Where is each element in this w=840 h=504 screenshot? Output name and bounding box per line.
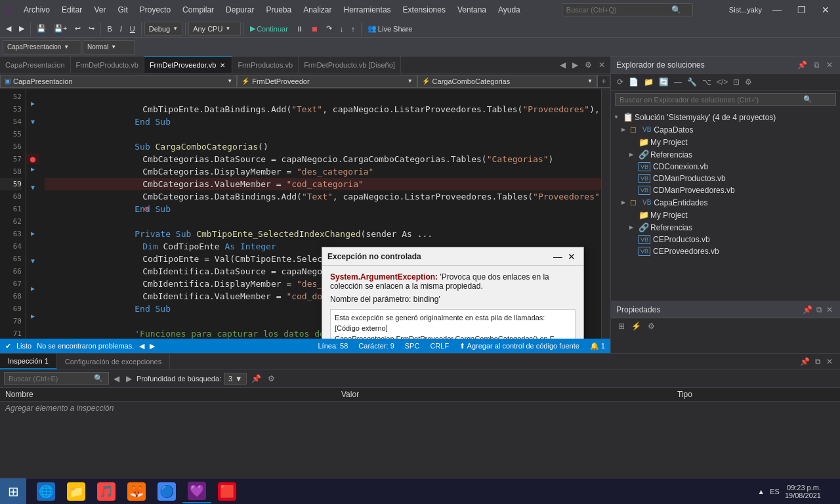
taskbar-chrome[interactable]: 🔵: [152, 480, 181, 503]
titlebar-search-input[interactable]: [566, 6, 671, 14]
save-all-btn[interactable]: 💾+: [51, 23, 70, 34]
panel-pin-btn[interactable]: 📌: [795, 60, 809, 70]
inspect-search-input[interactable]: [9, 375, 94, 383]
maximize-button[interactable]: ❐: [792, 3, 811, 16]
italic-btn[interactable]: I: [117, 24, 125, 34]
panel-float-btn[interactable]: ⧉: [812, 60, 822, 70]
inspect-next-btn[interactable]: ▶: [124, 373, 134, 384]
stack-box[interactable]: Esta excepción se generó originalmente e…: [330, 309, 576, 339]
solution-code-btn[interactable]: </>: [715, 77, 730, 87]
redo-btn[interactable]: ↪: [85, 23, 98, 34]
menu-archivo[interactable]: Archivo: [18, 4, 55, 16]
solution-sync-btn[interactable]: ⟳: [615, 77, 625, 87]
menu-extensiones[interactable]: Extensiones: [398, 4, 451, 16]
undo-btn[interactable]: ↩: [72, 23, 84, 34]
inspect-search-box[interactable]: 🔍: [4, 372, 109, 385]
taskbar-vs[interactable]: 💜: [182, 480, 211, 503]
add-tab-btn[interactable]: +: [597, 75, 610, 88]
class-dropdown[interactable]: ▣ CapaPresentacion ▼: [0, 75, 237, 88]
menu-depurar[interactable]: Depurar: [220, 4, 259, 16]
solution-search-box[interactable]: 🔍: [615, 93, 836, 106]
prop-btn-2[interactable]: ⚡: [629, 321, 643, 331]
back-btn[interactable]: ◀: [3, 23, 14, 34]
titlebar-search-box[interactable]: 🔍: [562, 3, 693, 16]
depth-select[interactable]: 3 ▼: [224, 373, 247, 385]
tree-ceproductos[interactable]: VB CEProductos.vb: [611, 234, 840, 245]
tree-capadatos-referencias[interactable]: ▶ 🔗 Referencias: [611, 148, 840, 161]
tree-ceproveedores[interactable]: VB CEProveedores.vb: [611, 245, 840, 257]
inspect-pin-btn[interactable]: 📌: [249, 373, 263, 384]
tree-cdconexion[interactable]: VB CDConexion.vb: [611, 161, 840, 173]
solution-show-all-btn[interactable]: 📁: [642, 77, 656, 87]
bottom-pin-btn[interactable]: 📌: [798, 356, 812, 367]
debug-mode-dropdown[interactable]: Debug ▼: [144, 22, 182, 36]
panel-close-btn[interactable]: ✕: [824, 60, 835, 70]
stop-btn[interactable]: ⏹: [308, 24, 322, 34]
underline-btn[interactable]: U: [127, 24, 138, 34]
tab-prev-btn[interactable]: ◀: [557, 59, 568, 71]
tree-capadatos[interactable]: ▶ □ VB CapaDatos: [611, 123, 840, 136]
forward-btn[interactable]: ▶: [16, 23, 28, 34]
tab-frmproductos[interactable]: FrmProductos.vb: [232, 56, 299, 73]
tree-capaentidades-referencias[interactable]: ▶ 🔗 Referencias: [611, 221, 840, 234]
menu-git[interactable]: Git: [112, 4, 133, 16]
solution-scope-btn[interactable]: ⊡: [731, 77, 742, 87]
taskbar-firefox[interactable]: 🦊: [122, 480, 151, 503]
step-into-btn[interactable]: ↓: [337, 24, 347, 34]
solution-search-input[interactable]: [620, 96, 803, 104]
tab-frmdetproveedor[interactable]: FrmDetProveedor.vb ✕: [144, 56, 232, 73]
source-control-btn[interactable]: ⬆ Agregar al control de código fuente: [459, 342, 579, 350]
dialog-minimize-btn[interactable]: —: [551, 250, 565, 263]
taskbar-media[interactable]: 🎵: [92, 480, 121, 503]
save-btn[interactable]: 💾: [33, 23, 49, 34]
solution-settings-btn[interactable]: ⚙: [743, 77, 754, 87]
menu-editar[interactable]: Editar: [56, 4, 87, 16]
prop-btn-3[interactable]: ⚙: [646, 321, 657, 331]
tab-capapresentacion[interactable]: CapaPresentacion: [0, 56, 71, 73]
minimize-button[interactable]: —: [767, 3, 787, 16]
format-dropdown2[interactable]: Normal ▼: [83, 40, 135, 54]
platform-dropdown[interactable]: Any CPU ▼: [188, 22, 241, 36]
menu-prueba[interactable]: Prueba: [261, 4, 297, 16]
tab-next-btn[interactable]: ▶: [570, 59, 581, 71]
close-button[interactable]: ✕: [816, 3, 835, 16]
step-out-btn[interactable]: ↑: [348, 24, 358, 34]
solution-filter-btn[interactable]: 🔧: [685, 77, 699, 87]
bottom-float-btn[interactable]: ⧉: [813, 356, 823, 367]
menu-compilar[interactable]: Compilar: [177, 4, 219, 16]
taskbar-explorer[interactable]: 📁: [62, 480, 91, 503]
dialog-close-btn[interactable]: ✕: [565, 250, 578, 263]
properties-close-btn[interactable]: ✕: [824, 304, 835, 315]
menu-proyecto[interactable]: Proyecto: [135, 4, 176, 16]
nav-left-btn[interactable]: ◀: [139, 342, 144, 350]
tab-config-excepciones[interactable]: Configuración de excepciones: [57, 354, 170, 369]
nav-right-btn[interactable]: ▶: [150, 342, 155, 350]
taskbar-app[interactable]: 🟥: [213, 480, 242, 503]
tree-capadatos-myproject[interactable]: 📁 My Project: [611, 136, 840, 148]
start-button[interactable]: ⊞: [0, 478, 26, 505]
solution-git-btn[interactable]: ⌥: [700, 77, 713, 87]
method-dropdown[interactable]: ⚡ FrmDetProveedor ▼: [237, 75, 417, 88]
run-btn[interactable]: ▶ Continuar: [247, 23, 291, 34]
inspect-prev-btn[interactable]: ◀: [112, 373, 121, 384]
tab-close-all-btn[interactable]: ✕: [596, 59, 608, 71]
tab-inspeccion1[interactable]: Inspección 1: [0, 354, 57, 369]
menu-ayuda[interactable]: Ayuda: [493, 4, 526, 16]
solution-collapse-btn[interactable]: —: [672, 77, 684, 87]
menu-ventana[interactable]: Ventana: [452, 4, 492, 16]
tab-frmdetproducto-diseno[interactable]: FrmDetProducto.vb [Diseño]: [299, 56, 401, 73]
menu-ver[interactable]: Ver: [89, 4, 111, 16]
class-scope-dropdown[interactable]: CapaPresentacion ▼: [3, 40, 81, 54]
step-over-btn[interactable]: ↷: [323, 23, 335, 34]
properties-float-btn[interactable]: ⧉: [814, 304, 824, 315]
menu-analizar[interactable]: Analizar: [298, 4, 337, 16]
tab-config-btn[interactable]: ⚙: [582, 59, 595, 71]
editor-scrollbar[interactable]: [601, 89, 610, 339]
tab-frmdetproducto[interactable]: FrmDetProducto.vb: [71, 56, 144, 73]
taskbar-ie[interactable]: 🌐: [32, 480, 60, 503]
tab-frmdetproveedor-close[interactable]: ✕: [219, 61, 226, 70]
tree-capaentidades-myproject[interactable]: 📁 My Project: [611, 209, 840, 221]
solution-refresh-btn[interactable]: 🔄: [657, 77, 671, 87]
notify-arrow[interactable]: ▲: [757, 488, 765, 495]
solution-props-btn[interactable]: 📄: [627, 77, 640, 87]
